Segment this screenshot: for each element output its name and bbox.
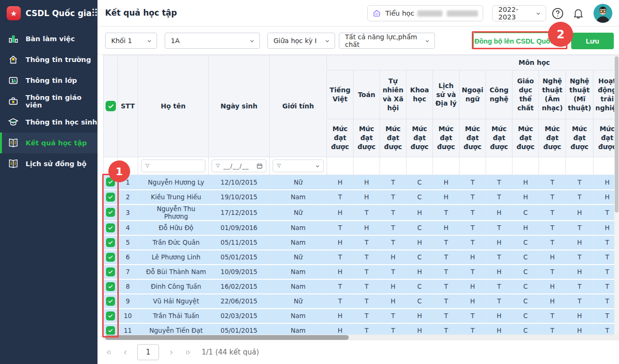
grade-cell: H <box>354 175 380 190</box>
last-page-button[interactable] <box>183 347 193 357</box>
grade-cell: T <box>566 279 593 294</box>
student-dob: 02/03/2015 <box>209 309 270 323</box>
row-checkbox[interactable] <box>106 223 115 232</box>
filter-cell-empty <box>104 157 118 175</box>
chevron-down-icon <box>536 11 541 16</box>
row-stt: 5 <box>118 235 138 250</box>
grade-cell: H <box>433 221 460 235</box>
grade-cell: T <box>327 190 354 204</box>
app-grid-icon[interactable] <box>92 8 100 18</box>
student-dob: 12/10/2015 <box>209 175 270 190</box>
school-year-select[interactable]: 2022-2023 <box>492 5 546 21</box>
row-checkbox[interactable] <box>106 267 115 276</box>
student-row: 7 Đỗ Bùi Thành Nam 10/09/2015 Nam HTTHTT… <box>104 265 619 279</box>
class-filter-value: 1A <box>171 37 179 44</box>
row-select-cell <box>104 323 118 335</box>
current-page-input[interactable]: 1 <box>137 344 159 360</box>
grade-cell: H <box>327 235 354 250</box>
filter-cell-empty <box>513 157 539 175</box>
group-header-row: STT Họ tên Ngày sinh Giới tính Môn học <box>104 55 619 71</box>
user-avatar[interactable] <box>593 4 612 23</box>
row-checkbox[interactable] <box>106 253 115 262</box>
brand-name: CSDL Quốc gia <box>26 9 92 18</box>
grade-cell: C <box>407 221 433 235</box>
dob-filter-input[interactable]: __/__/__ <box>212 160 266 172</box>
row-checkbox[interactable] <box>106 193 115 202</box>
row-checkbox[interactable] <box>106 238 115 247</box>
calendar-icon[interactable] <box>256 163 263 169</box>
sidebar-item-dashboard[interactable]: Bàn làm việc <box>0 28 97 49</box>
class-filter-select[interactable]: 1A <box>165 33 260 49</box>
select-all-checkbox[interactable] <box>106 101 116 111</box>
school-selector[interactable]: Tiểu học <box>367 5 483 21</box>
grade-cell: H <box>486 235 513 250</box>
grade-cell: T <box>433 323 460 335</box>
grade-cell: T <box>433 309 460 323</box>
grade-cell: T <box>354 204 380 221</box>
grade-cell: T <box>486 250 513 265</box>
save-button[interactable]: Lưu <box>571 33 614 49</box>
help-button[interactable] <box>550 6 565 20</box>
row-stt: 7 <box>118 265 138 279</box>
row-checkbox[interactable] <box>106 208 115 217</box>
grade-cell: H <box>513 221 539 235</box>
name-filter-input[interactable] <box>141 160 205 172</box>
student-gender: Nam <box>270 190 327 204</box>
grade-cell: T <box>486 175 513 190</box>
sync-to-csdl-button[interactable]: Đồng bộ lên CSDL Quốc gia <box>473 33 567 49</box>
row-checkbox[interactable] <box>106 326 115 335</box>
term-filter-select[interactable]: Giữa học kỳ I <box>267 33 335 49</box>
student-name: Nguyễn Hương Ly <box>138 175 209 190</box>
row-stt: 1 <box>118 175 138 190</box>
row-checkbox[interactable] <box>106 178 115 186</box>
student-gender: Nam <box>270 265 327 279</box>
sidebar-item-class-info[interactable]: 1A Thông tin lớp <box>0 70 97 91</box>
previous-page-button[interactable] <box>120 347 131 357</box>
notifications-button[interactable] <box>571 6 585 20</box>
grade-cell: H <box>460 279 486 294</box>
row-select-cell <box>104 204 118 221</box>
horizontal-scrollbar-thumb[interactable] <box>105 335 349 340</box>
school-house-icon <box>372 9 381 18</box>
row-checkbox[interactable] <box>106 282 115 291</box>
grade-cell: H <box>407 204 433 221</box>
capacity-filter-select[interactable]: Tất cả năng lực,phẩm chất <box>339 33 435 49</box>
grade-cell: T <box>380 190 407 204</box>
grade-cell: T <box>354 323 380 335</box>
grade-filter-select[interactable]: Khối 1 <box>105 33 157 49</box>
sidebar-item-sync-history[interactable]: Lịch sử đồng bộ <box>0 153 97 174</box>
grade-cell: C <box>513 204 539 221</box>
grade-cell: H <box>486 265 513 279</box>
grade-cell: T <box>539 190 566 204</box>
grade-cell: H <box>566 235 593 250</box>
sidebar-item-label: Thông tin lớp <box>26 77 77 84</box>
grade-cell: H <box>354 221 380 235</box>
sidebar-item-teacher-info[interactable]: Thông tin giáo viên <box>0 91 97 112</box>
student-name: Kiều Trung Hiếu <box>138 190 209 204</box>
student-gender: Nữ <box>270 175 327 190</box>
sidebar-item-school-info[interactable]: Thông tin trường <box>0 49 97 70</box>
student-dob: 10/09/2015 <box>209 265 270 279</box>
filter-cell-name <box>138 157 209 175</box>
vertical-scrollbar-thumb[interactable] <box>615 56 619 213</box>
sidebar-item-student-info[interactable]: Thông tin học sinh <box>0 112 97 133</box>
subject-header: Nghệ thuật (Mĩ thuật) <box>566 71 593 119</box>
grade-cell: H <box>327 309 354 323</box>
filter-funnel-icon <box>145 163 150 169</box>
next-page-button[interactable] <box>166 347 176 357</box>
chevron-down-icon <box>425 38 430 44</box>
grade-cell: C <box>407 190 433 204</box>
filter-cell-gender <box>270 157 327 175</box>
gender-filter-select[interactable] <box>273 160 324 172</box>
row-checkbox[interactable] <box>106 297 115 306</box>
grade-cell: T <box>433 294 460 309</box>
student-row: 8 Đinh Công Tuấn 16/02/2015 Nam TTHCTHTC… <box>104 279 619 294</box>
chevron-down-icon <box>147 38 152 44</box>
row-select-cell <box>104 294 118 309</box>
first-page-button[interactable] <box>103 347 114 357</box>
row-checkbox[interactable] <box>106 311 115 320</box>
grade-cell: T <box>354 235 380 250</box>
student-gender: Nữ <box>270 204 327 221</box>
sidebar-item-results[interactable]: Kết quả học tập <box>0 133 97 153</box>
grade-cell: H <box>433 190 460 204</box>
